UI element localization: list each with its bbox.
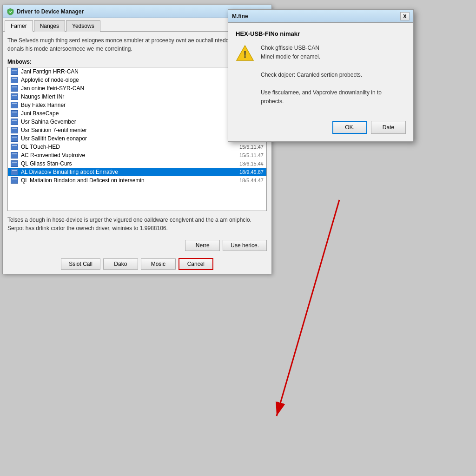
dako-button[interactable]: Dako (103, 258, 138, 270)
item-date: 15/5.11.47 (239, 152, 264, 158)
bottom-button-row: Ssiot Call Dako Mosic Cancel (3, 254, 271, 274)
list-item[interactable]: OL TOuch-HED15/5.11.47 (8, 143, 266, 151)
dialog-titlebar: M.fine X (228, 10, 413, 23)
svg-line-3 (277, 200, 339, 416)
item-name: OL TOuch-HED (21, 144, 237, 150)
dialog-title: M.fine (232, 13, 397, 20)
footer-text: Telses a dough in hose-device is urger t… (7, 216, 267, 232)
dialog-content: HEX-USB-FINo nimakr ! Chok gffissle USB-… (228, 23, 413, 121)
warning-icon: ! (236, 44, 254, 62)
list-item[interactable]: QL Matialion Bindaton andl Deficest on i… (8, 176, 266, 185)
item-name: AL Diviacoiv Binuallting aboot Enrrative (21, 169, 237, 175)
svg-text:!: ! (244, 49, 247, 60)
ssiot-call-button[interactable]: Ssiot Call (61, 258, 100, 270)
tab-yedsows[interactable]: Yedsows (66, 20, 100, 32)
folder-icon (11, 110, 18, 117)
folder-icon (11, 127, 18, 133)
folder-icon (11, 177, 18, 184)
folder-icon (11, 68, 18, 75)
folder-icon (11, 135, 18, 142)
item-name: QL Gllass Stan-Curs (21, 160, 237, 167)
item-name: Jani Fantign HRR-CAN (21, 68, 264, 75)
tab-nanges[interactable]: Nanges (34, 20, 65, 32)
item-name: Usr Sanition 7-entil menter (21, 127, 264, 133)
list-item[interactable]: AC R-onventied Vuptroive15/5.11.47 (8, 151, 266, 159)
dialog: M.fine X HEX-USB-FINo nimakr ! Chok gffi… (228, 9, 414, 142)
item-name: Juni BaseCape (21, 110, 264, 117)
folder-icon (11, 119, 18, 125)
item-date: 13/6.15.4# (239, 161, 264, 166)
folder-icon (11, 160, 18, 167)
date-button[interactable]: Date (371, 121, 406, 134)
dialog-heading: HEX-USB-FINo nimakr (236, 30, 406, 37)
folder-icon (11, 144, 18, 150)
folder-icon (11, 152, 18, 159)
folder-icon (11, 85, 18, 92)
item-name: Naungs iMiert INr (21, 93, 264, 100)
dialog-buttons: OK. Date (228, 121, 413, 141)
item-date: 18/5.44.47 (239, 178, 264, 183)
shield-icon (7, 8, 14, 15)
item-date: 18/9.45.87 (239, 169, 264, 175)
folder-icon (11, 102, 18, 108)
item-name: Buy Falex Hanner (21, 102, 264, 108)
folder-icon (11, 93, 18, 100)
item-name: Usr Sahina Gevember (21, 119, 264, 125)
list-item[interactable]: AL Diviacoiv Binuallting aboot Enrrative… (8, 168, 266, 176)
item-name: Jan onine Ifeiri-SYR-CAN (21, 85, 264, 92)
item-name: Usr Sallitit Devien eonapor (21, 135, 264, 142)
close-button[interactable]: X (400, 12, 410, 20)
list-item[interactable]: QL Gllass Stan-Curs13/6.15.4# (8, 159, 266, 168)
item-name: QL Matialion Bindaton andl Deficest on i… (21, 177, 237, 184)
item-name: AC R-onventied Vuptroive (21, 152, 237, 159)
dialog-body: ! Chok gffissle USB-CAN Minel modie for … (236, 44, 406, 106)
ok-button[interactable]: OK. (332, 121, 367, 134)
cancel-button[interactable]: Cancel (178, 258, 213, 270)
mosic-button[interactable]: Mosic (141, 258, 176, 270)
top-button-row: Nerre Use herice. (3, 237, 271, 254)
item-name: Apploylic of node-ologe (21, 77, 264, 83)
tab-famer[interactable]: Famer (5, 20, 33, 32)
dialog-message: Chok gffissle USB-CAN Minel modie for en… (261, 44, 406, 106)
folder-icon (11, 169, 18, 175)
item-date: 15/5.11.47 (239, 144, 264, 150)
use-herice-button[interactable]: Use herice. (223, 240, 267, 251)
folder-icon (11, 77, 18, 83)
nerre-button[interactable]: Nerre (185, 240, 220, 251)
